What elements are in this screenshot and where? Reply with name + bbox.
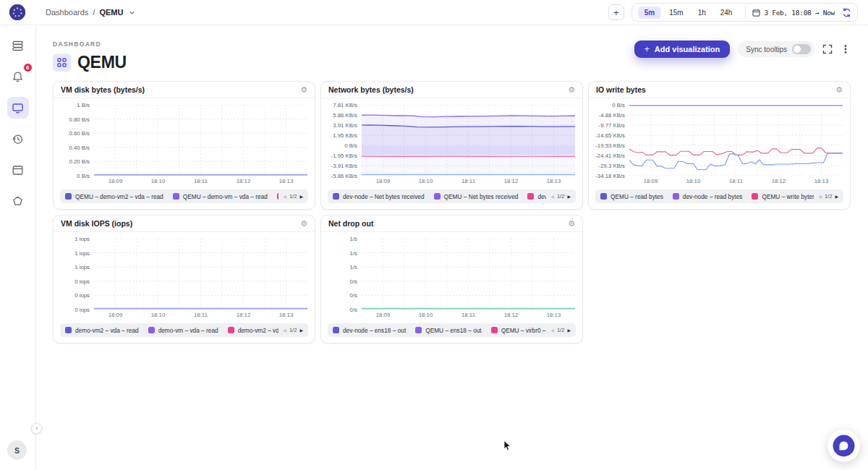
legend-color-chip	[491, 327, 498, 333]
sidebar-item-nodes[interactable]	[7, 35, 29, 56]
x-tick-label: 18:10	[419, 312, 433, 318]
legend-item[interactable]: QEMU – ens18 – out	[415, 327, 481, 334]
legend-page-number: 1/2	[557, 193, 564, 200]
legend-next-icon[interactable]: ▶	[567, 328, 571, 333]
gear-icon[interactable]: ⚙	[568, 220, 575, 228]
legend-item[interactable]: dev-node – Net bytes received	[333, 193, 425, 200]
chart-plot-area[interactable]	[362, 105, 575, 176]
y-tick-label: 0/s	[350, 278, 357, 284]
chart-card-0: VM disk bytes (bytes/s) ⚙ 1 B/s0.80 B/s0…	[53, 81, 315, 210]
legend-prev-icon[interactable]: ◀	[550, 328, 554, 333]
legend-next-icon[interactable]: ▶	[299, 194, 303, 199]
time-range-24h[interactable]: 24h	[714, 7, 739, 19]
legend-item[interactable]: dev-node – Net	[527, 193, 546, 200]
kebab-menu-icon[interactable]	[841, 44, 851, 54]
legend-pager: ◀ 1/2 ▶	[283, 327, 303, 333]
legend-label: dev-node – ens18 – out	[343, 327, 406, 334]
y-tick-label: 0 iops	[75, 307, 90, 313]
x-tick-label: 18:11	[729, 178, 743, 184]
chart-legend: QEMU – demo-vm2 – vda – readQEMU – demo-…	[60, 189, 308, 203]
add-button[interactable]: +	[608, 4, 624, 20]
gear-icon[interactable]: ⚙	[300, 86, 307, 94]
alert-count-badge: 6	[23, 63, 33, 72]
chat-fab-button[interactable]	[827, 430, 860, 462]
time-range-15m[interactable]: 15m	[663, 7, 689, 19]
y-tick-label: -3.91 KB/s	[331, 163, 357, 169]
legend-page-number: 1/2	[825, 193, 832, 200]
chart-plot-area[interactable]	[629, 105, 843, 176]
legend-label: QEMU – ens18 – out	[425, 327, 481, 334]
fullscreen-icon[interactable]	[822, 44, 833, 54]
legend-item[interactable]: demo-vm2 – vda – read	[65, 327, 139, 334]
breadcrumb-current[interactable]: QEMU	[99, 8, 123, 17]
y-tick-label: 3.91 KB/s	[333, 122, 357, 129]
chart-plot-area[interactable]	[362, 239, 575, 309]
chart-plot-area[interactable]	[94, 239, 307, 309]
x-tick-label: 18:13	[547, 178, 561, 184]
legend-next-icon[interactable]: ▶	[299, 328, 303, 333]
chart-plot-area[interactable]	[94, 105, 307, 176]
legend-item[interactable]: QEMU – read bytes	[600, 193, 663, 200]
x-tick-label: 18:12	[237, 178, 251, 184]
y-tick-label: 0 B/s	[612, 102, 625, 108]
y-axis-labels: 1 iops1 iops1 iops0 iops0 iops0 iops	[58, 239, 94, 309]
y-axis-labels: 1/s1/s1/s0/s0/s0/s	[326, 239, 362, 309]
mouse-cursor	[503, 440, 514, 452]
sync-tooltips-toggle[interactable]	[792, 44, 811, 54]
legend-next-icon[interactable]: ▶	[567, 194, 571, 199]
sidebar-item-anomalies[interactable]	[7, 190, 29, 212]
x-tick-label: 18:09	[644, 178, 658, 184]
date-range-button[interactable]: 3 Feb, 18:08 → Now	[752, 9, 835, 17]
x-tick-label: 18:10	[151, 312, 166, 318]
shield-icon	[12, 195, 24, 208]
legend-item[interactable]: dev-node – ens18 – out	[333, 327, 406, 334]
legend-label: QEMU – virbr0 – out	[501, 327, 547, 334]
legend-item[interactable]: dev-node – read bytes	[673, 193, 743, 200]
legend-prev-icon[interactable]: ◀	[818, 194, 822, 199]
sidebar-item-alerts[interactable]: 6	[7, 66, 29, 87]
sidebar-item-functions[interactable]	[7, 159, 29, 181]
date-range-text: 3 Feb, 18:08 → Now	[764, 9, 835, 17]
x-tick-label: 18:13	[814, 178, 829, 184]
sidebar-item-events[interactable]	[7, 128, 29, 150]
legend-item[interactable]: QEMU – write bytes	[752, 193, 814, 200]
legend-label: dev-node – Net	[537, 193, 546, 200]
gear-icon[interactable]: ⚙	[835, 86, 843, 94]
legend-item[interactable]: QEMU – de	[277, 193, 278, 200]
legend-item[interactable]: demo-vm2 – vda – write	[228, 327, 279, 334]
legend-prev-icon[interactable]: ◀	[283, 328, 286, 333]
y-tick-label: -1.95 KB/s	[331, 153, 357, 159]
y-tick-label: 0.60 B/s	[69, 130, 90, 137]
legend-item[interactable]: QEMU – virbr0 – out	[491, 327, 547, 334]
gear-icon[interactable]: ⚙	[300, 220, 307, 228]
app-logo-icon[interactable]	[9, 4, 25, 20]
legend-next-icon[interactable]: ▶	[835, 194, 838, 199]
legend-page-number: 1/2	[289, 327, 297, 333]
y-tick-label: -5.86 KB/s	[331, 173, 357, 179]
legend-item[interactable]: demo-vm – vda – read	[148, 327, 218, 334]
time-range-1h[interactable]: 1h	[692, 7, 712, 19]
legend-color-chip	[600, 193, 607, 200]
legend-item[interactable]: QEMU – Net bytes received	[434, 193, 519, 200]
legend-prev-icon[interactable]: ◀	[550, 194, 554, 199]
add-visualization-button[interactable]: + Add visualization	[634, 40, 730, 58]
user-avatar[interactable]: S	[7, 440, 27, 460]
x-axis-labels: 18:0918:1018:1118:1218:13	[94, 311, 307, 320]
x-tick-label: 18:09	[109, 178, 123, 184]
gear-icon[interactable]: ⚙	[568, 86, 575, 94]
legend-prev-icon[interactable]: ◀	[283, 194, 286, 199]
sidebar-item-dashboards[interactable]	[7, 97, 29, 119]
legend-item[interactable]: QEMU – demo-vm2 – vda – read	[65, 193, 163, 200]
alerts-icon	[12, 71, 24, 83]
calendar-icon	[752, 9, 760, 17]
time-range-5m[interactable]: 5m	[638, 7, 661, 19]
legend-label: dev-node – read bytes	[683, 193, 743, 200]
chart-title: VM disk IOPS (iops)	[61, 219, 132, 228]
chevron-down-icon[interactable]	[129, 9, 135, 16]
legend-item[interactable]: QEMU – demo-vm – vda – read	[173, 193, 268, 200]
refresh-icon[interactable]	[842, 8, 851, 17]
sidebar-expand-button[interactable]: ›	[31, 423, 42, 434]
breadcrumb-root[interactable]: Dashboards	[46, 8, 88, 17]
chart-title: VM disk bytes (bytes/s)	[61, 85, 145, 94]
y-tick-label: 1 iops	[75, 264, 90, 270]
